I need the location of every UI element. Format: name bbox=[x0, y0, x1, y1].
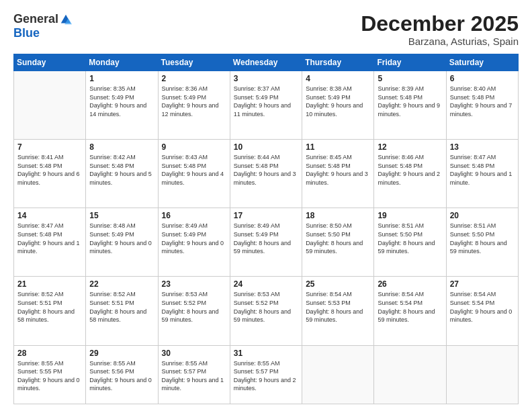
day-info: Sunrise: 8:49 AM Sunset: 5:49 PM Dayligh… bbox=[162, 222, 226, 255]
location: Barzana, Asturias, Spain bbox=[361, 36, 519, 47]
calendar-cell: 9Sunrise: 8:43 AM Sunset: 5:48 PM Daylig… bbox=[158, 140, 230, 208]
day-info: Sunrise: 8:44 AM Sunset: 5:48 PM Dayligh… bbox=[234, 153, 298, 187]
day-info: Sunrise: 8:41 AM Sunset: 5:48 PM Dayligh… bbox=[17, 153, 82, 187]
day-number: 29 bbox=[89, 349, 154, 358]
day-info: Sunrise: 8:38 AM Sunset: 5:49 PM Dayligh… bbox=[306, 85, 370, 118]
calendar-cell: 4Sunrise: 8:38 AM Sunset: 5:49 PM Daylig… bbox=[302, 71, 374, 140]
week-row-2: 7Sunrise: 8:41 AM Sunset: 5:48 PM Daylig… bbox=[14, 140, 519, 208]
page: General Blue December 2025 Barzana, Astu… bbox=[0, 0, 532, 411]
calendar: SundayMondayTuesdayWednesdayThursdayFrid… bbox=[13, 54, 519, 404]
calendar-cell: 2Sunrise: 8:36 AM Sunset: 5:49 PM Daylig… bbox=[158, 71, 230, 140]
day-number: 31 bbox=[234, 349, 298, 358]
day-info: Sunrise: 8:48 AM Sunset: 5:49 PM Dayligh… bbox=[89, 222, 154, 255]
day-number: 5 bbox=[378, 74, 442, 83]
weekday-header-monday: Monday bbox=[86, 54, 158, 71]
day-number: 30 bbox=[162, 349, 226, 358]
calendar-cell: 16Sunrise: 8:49 AM Sunset: 5:49 PM Dayli… bbox=[158, 208, 230, 277]
logo-general: General bbox=[13, 12, 58, 26]
day-info: Sunrise: 8:47 AM Sunset: 5:48 PM Dayligh… bbox=[450, 153, 515, 187]
day-info: Sunrise: 8:54 AM Sunset: 5:54 PM Dayligh… bbox=[378, 290, 442, 324]
calendar-cell: 12Sunrise: 8:46 AM Sunset: 5:48 PM Dayli… bbox=[374, 140, 446, 208]
day-number: 3 bbox=[234, 74, 298, 83]
calendar-cell: 6Sunrise: 8:40 AM Sunset: 5:48 PM Daylig… bbox=[446, 71, 518, 140]
day-info: Sunrise: 8:55 AM Sunset: 5:57 PM Dayligh… bbox=[162, 359, 226, 393]
day-number: 16 bbox=[162, 211, 226, 220]
day-info: Sunrise: 8:39 AM Sunset: 5:48 PM Dayligh… bbox=[378, 85, 442, 118]
day-info: Sunrise: 8:55 AM Sunset: 5:55 PM Dayligh… bbox=[17, 359, 82, 393]
day-info: Sunrise: 8:47 AM Sunset: 5:48 PM Dayligh… bbox=[17, 222, 82, 255]
weekday-header-saturday: Saturday bbox=[446, 54, 518, 71]
day-info: Sunrise: 8:43 AM Sunset: 5:48 PM Dayligh… bbox=[162, 153, 226, 187]
weekday-header-tuesday: Tuesday bbox=[158, 54, 230, 71]
calendar-cell: 10Sunrise: 8:44 AM Sunset: 5:48 PM Dayli… bbox=[230, 140, 302, 208]
day-info: Sunrise: 8:42 AM Sunset: 5:48 PM Dayligh… bbox=[89, 153, 154, 187]
day-info: Sunrise: 8:40 AM Sunset: 5:48 PM Dayligh… bbox=[450, 85, 515, 118]
calendar-cell: 18Sunrise: 8:50 AM Sunset: 5:50 PM Dayli… bbox=[302, 208, 374, 277]
day-number: 26 bbox=[378, 279, 442, 289]
calendar-cell: 27Sunrise: 8:54 AM Sunset: 5:54 PM Dayli… bbox=[446, 277, 518, 345]
calendar-cell: 23Sunrise: 8:53 AM Sunset: 5:52 PM Dayli… bbox=[158, 277, 230, 345]
day-number: 10 bbox=[234, 142, 298, 152]
day-info: Sunrise: 8:54 AM Sunset: 5:54 PM Dayligh… bbox=[450, 290, 515, 324]
day-info: Sunrise: 8:51 AM Sunset: 5:50 PM Dayligh… bbox=[450, 222, 515, 255]
day-info: Sunrise: 8:51 AM Sunset: 5:50 PM Dayligh… bbox=[378, 222, 442, 255]
day-info: Sunrise: 8:52 AM Sunset: 5:51 PM Dayligh… bbox=[89, 290, 154, 324]
calendar-cell: 25Sunrise: 8:54 AM Sunset: 5:53 PM Dayli… bbox=[302, 277, 374, 345]
day-number: 7 bbox=[17, 142, 82, 152]
calendar-cell: 3Sunrise: 8:37 AM Sunset: 5:49 PM Daylig… bbox=[230, 71, 302, 140]
calendar-cell: 14Sunrise: 8:47 AM Sunset: 5:48 PM Dayli… bbox=[14, 208, 86, 277]
day-number: 21 bbox=[17, 279, 82, 289]
day-info: Sunrise: 8:54 AM Sunset: 5:53 PM Dayligh… bbox=[306, 290, 370, 324]
day-number: 23 bbox=[162, 279, 226, 289]
calendar-cell: 20Sunrise: 8:51 AM Sunset: 5:50 PM Dayli… bbox=[446, 208, 518, 277]
calendar-cell: 26Sunrise: 8:54 AM Sunset: 5:54 PM Dayli… bbox=[374, 277, 446, 345]
day-info: Sunrise: 8:35 AM Sunset: 5:49 PM Dayligh… bbox=[89, 85, 154, 118]
day-number: 17 bbox=[234, 211, 298, 220]
day-number: 14 bbox=[17, 211, 82, 220]
calendar-cell bbox=[302, 345, 374, 404]
day-number: 9 bbox=[162, 142, 226, 152]
day-number: 18 bbox=[306, 211, 370, 220]
day-number: 27 bbox=[450, 279, 515, 289]
weekday-header-wednesday: Wednesday bbox=[230, 54, 302, 71]
weekday-header-friday: Friday bbox=[374, 54, 446, 71]
day-info: Sunrise: 8:36 AM Sunset: 5:49 PM Dayligh… bbox=[162, 85, 226, 118]
month-title: December 2025 bbox=[361, 12, 519, 36]
day-info: Sunrise: 8:46 AM Sunset: 5:48 PM Dayligh… bbox=[378, 153, 442, 187]
weekday-header-row: SundayMondayTuesdayWednesdayThursdayFrid… bbox=[14, 54, 519, 71]
day-info: Sunrise: 8:53 AM Sunset: 5:52 PM Dayligh… bbox=[234, 290, 298, 324]
calendar-cell: 22Sunrise: 8:52 AM Sunset: 5:51 PM Dayli… bbox=[86, 277, 158, 345]
weekday-header-sunday: Sunday bbox=[14, 54, 86, 71]
calendar-cell: 7Sunrise: 8:41 AM Sunset: 5:48 PM Daylig… bbox=[14, 140, 86, 208]
day-number: 4 bbox=[306, 74, 370, 83]
calendar-cell: 5Sunrise: 8:39 AM Sunset: 5:48 PM Daylig… bbox=[374, 71, 446, 140]
day-number: 25 bbox=[306, 279, 370, 289]
header-right: December 2025 Barzana, Asturias, Spain bbox=[361, 12, 519, 47]
day-number: 13 bbox=[450, 142, 515, 152]
weekday-header-thursday: Thursday bbox=[302, 54, 374, 71]
calendar-cell: 30Sunrise: 8:55 AM Sunset: 5:57 PM Dayli… bbox=[158, 345, 230, 404]
day-number: 28 bbox=[17, 349, 82, 358]
header: General Blue December 2025 Barzana, Astu… bbox=[13, 12, 519, 47]
day-info: Sunrise: 8:53 AM Sunset: 5:52 PM Dayligh… bbox=[162, 290, 226, 324]
day-number: 22 bbox=[89, 279, 154, 289]
calendar-cell: 13Sunrise: 8:47 AM Sunset: 5:48 PM Dayli… bbox=[446, 140, 518, 208]
day-info: Sunrise: 8:50 AM Sunset: 5:50 PM Dayligh… bbox=[306, 222, 370, 255]
day-number: 19 bbox=[378, 211, 442, 220]
day-number: 6 bbox=[450, 74, 515, 83]
calendar-cell: 15Sunrise: 8:48 AM Sunset: 5:49 PM Dayli… bbox=[86, 208, 158, 277]
week-row-5: 28Sunrise: 8:55 AM Sunset: 5:55 PM Dayli… bbox=[14, 345, 519, 404]
calendar-cell: 19Sunrise: 8:51 AM Sunset: 5:50 PM Dayli… bbox=[374, 208, 446, 277]
day-info: Sunrise: 8:52 AM Sunset: 5:51 PM Dayligh… bbox=[17, 290, 82, 324]
calendar-cell: 24Sunrise: 8:53 AM Sunset: 5:52 PM Dayli… bbox=[230, 277, 302, 345]
week-row-4: 21Sunrise: 8:52 AM Sunset: 5:51 PM Dayli… bbox=[14, 277, 519, 345]
week-row-1: 1Sunrise: 8:35 AM Sunset: 5:49 PM Daylig… bbox=[14, 71, 519, 140]
logo-blue: Blue bbox=[13, 26, 40, 40]
calendar-cell: 29Sunrise: 8:55 AM Sunset: 5:56 PM Dayli… bbox=[86, 345, 158, 404]
week-row-3: 14Sunrise: 8:47 AM Sunset: 5:48 PM Dayli… bbox=[14, 208, 519, 277]
day-info: Sunrise: 8:37 AM Sunset: 5:49 PM Dayligh… bbox=[234, 85, 298, 118]
day-number: 11 bbox=[306, 142, 370, 152]
calendar-cell: 31Sunrise: 8:55 AM Sunset: 5:57 PM Dayli… bbox=[230, 345, 302, 404]
day-number: 24 bbox=[234, 279, 298, 289]
calendar-cell: 21Sunrise: 8:52 AM Sunset: 5:51 PM Dayli… bbox=[14, 277, 86, 345]
